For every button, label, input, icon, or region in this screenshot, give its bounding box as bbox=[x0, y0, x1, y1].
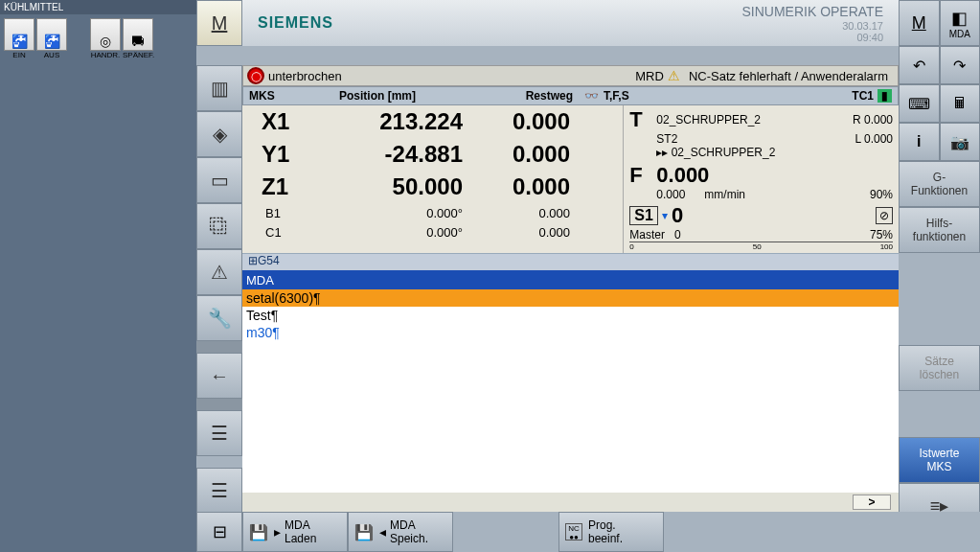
col-restweg: Restweg bbox=[454, 89, 579, 103]
axis-panel: X1 213.224 0.000 Y1 -24.881 0.000 Z1 50.… bbox=[242, 105, 623, 253]
nc-icon: NC●● bbox=[565, 523, 582, 540]
top-right-modes: M ◧MDA bbox=[899, 0, 980, 46]
stop-icon: ◯ bbox=[247, 67, 264, 84]
softkey-empty-3 bbox=[899, 391, 980, 437]
arrow-out-icon: ◂ bbox=[379, 524, 386, 540]
bottom-mda-load[interactable]: 💾▸ MDA Laden bbox=[242, 512, 348, 552]
handwheel-label: HANDR. bbox=[90, 51, 121, 59]
tool-name: 02_SCHRUPPER_2 bbox=[656, 113, 761, 126]
status-line: ◯ unterbrochen MRD ⚠ NC-Satz fehlerhaft … bbox=[242, 65, 899, 86]
column-header-row: MKS Position [mm] Restweg 👓 T,F,S TC1▮ bbox=[242, 86, 899, 105]
header-bar: SIEMENS SINUMERIK OPERATE 30.03.1709:40 bbox=[242, 0, 899, 46]
left-btn-target[interactable]: ◈ bbox=[196, 111, 242, 157]
editor-line-3[interactable]: m30¶ bbox=[242, 324, 899, 341]
col-tfs: T,F,S bbox=[598, 89, 635, 103]
arrow-in-icon: ▸ bbox=[274, 524, 281, 540]
wheel-icon: ◎ bbox=[100, 34, 111, 48]
warn-stripes-icon: ⚠ bbox=[211, 261, 228, 284]
g54-strip: ⊞G54 bbox=[242, 253, 899, 270]
bottom-prog-influence[interactable]: NC●● Prog. beeinf. bbox=[558, 512, 664, 552]
spindle-pct: 75% bbox=[870, 228, 893, 242]
coolant-aus-button[interactable]: 🚰 bbox=[36, 18, 67, 51]
bottom-menu-button[interactable]: ⊟ bbox=[196, 512, 242, 552]
scale-100: 100 bbox=[880, 242, 893, 251]
left-btn-back[interactable]: ← bbox=[196, 353, 242, 399]
left-btn-warn[interactable]: ⚠ bbox=[196, 249, 242, 295]
coolant-panel: KÜHLMITTEL 🚰 EIN 🚰 AUS ◎ HANDR. ⛟ SPÄNEF… bbox=[0, 0, 196, 63]
shield-icon: ▥ bbox=[211, 77, 229, 100]
undo-button[interactable]: ↶ bbox=[899, 46, 940, 84]
calculator-button[interactable]: 🖩 bbox=[940, 84, 981, 123]
left-btn-shield[interactable]: ▥ bbox=[196, 65, 242, 111]
spindle-master: Master bbox=[629, 228, 665, 242]
mode-machine-button[interactable]: M bbox=[196, 0, 242, 46]
redo-button[interactable]: ↷ bbox=[940, 46, 981, 84]
bottom-mda-save[interactable]: 💾◂ MDA Speich. bbox=[348, 512, 453, 552]
tc-badge: ▮ bbox=[877, 89, 892, 103]
feed-pct: 90% bbox=[870, 188, 893, 201]
data-row: X1 213.224 0.000 Y1 -24.881 0.000 Z1 50.… bbox=[242, 105, 899, 253]
feed-actual: 0.000 bbox=[656, 188, 685, 201]
status-state: unterbrochen bbox=[268, 69, 342, 83]
feed-F-label: F bbox=[629, 163, 656, 188]
softkey-g-functions[interactable]: G- Funktionen bbox=[899, 161, 980, 207]
camera-button[interactable]: 📷 bbox=[940, 123, 981, 161]
editor-next-button[interactable]: > bbox=[853, 494, 891, 510]
scale-50: 50 bbox=[634, 242, 880, 251]
softkey-aux-functions[interactable]: Hilfs- funktionen bbox=[899, 207, 980, 253]
bottom-softkey-bar: ⊟ 💾▸ MDA Laden 💾◂ MDA Speich. NC●● Prog.… bbox=[196, 512, 980, 552]
mda-label: MDA bbox=[949, 29, 970, 39]
tool-T-label: T bbox=[629, 107, 656, 132]
info-icon: i bbox=[917, 133, 921, 150]
mda-mode-button[interactable]: ◧MDA bbox=[940, 0, 981, 46]
coolant-aus-label: AUS bbox=[36, 51, 67, 59]
camera-icon: 📷 bbox=[950, 133, 969, 151]
softkey-delete-blocks[interactable]: Sätze löschen bbox=[899, 345, 980, 391]
axis-row-y1: Y1 -24.881 0.000 bbox=[242, 138, 623, 171]
chip-label: SPÄNEF. bbox=[123, 51, 154, 59]
left-btn-list1[interactable]: ☰ bbox=[196, 410, 242, 456]
right-softkey-column: ↶ ↷ ⌨ 🖩 i 📷 G- Funktionen Hilfs- funktio… bbox=[899, 46, 980, 552]
coolant-ein-button[interactable]: 🚰 bbox=[4, 18, 34, 51]
tool-next: ▸▸ 02_SCHRUPPER_2 bbox=[656, 146, 775, 159]
redo-icon: ↷ bbox=[953, 57, 966, 75]
left-btn-wrench[interactable]: 🔧 bbox=[196, 295, 242, 341]
softkey-actual-mks[interactable]: Istwerte MKS bbox=[899, 437, 980, 483]
spindle-label: S1 bbox=[629, 206, 658, 225]
faucet-icon: 🚰 bbox=[11, 34, 28, 48]
copy-icon: ⿻ bbox=[210, 216, 229, 238]
tool-st: ST2 bbox=[656, 132, 677, 146]
tfs-panel: T 02_SCHRUPPER_2 R 0.000 ST2 L 0.000 ▸▸ … bbox=[623, 105, 899, 253]
left-icon-column: M ▥ ◈ ▭ ⿻ ⚠ 🔧 ← ☰ ☰ bbox=[196, 0, 242, 552]
m-icon: M bbox=[912, 13, 926, 34]
operate-label: SINUMERIK OPERATE bbox=[741, 4, 883, 19]
axis-row-b1: B1 0.000° 0.000 bbox=[242, 203, 623, 222]
undo-icon: ↶ bbox=[913, 57, 925, 75]
glasses-icon[interactable]: 👓 bbox=[579, 89, 598, 103]
wrench-icon: 🔧 bbox=[208, 307, 232, 330]
editor-line-2[interactable]: Test¶ bbox=[242, 307, 899, 324]
spindle-mval: 0 bbox=[674, 228, 681, 242]
chip-conveyor-button[interactable]: ⛟ bbox=[123, 18, 153, 51]
left-btn-list2[interactable]: ☰ bbox=[196, 468, 242, 514]
info-button[interactable]: i bbox=[899, 123, 940, 161]
machine-mode-button[interactable]: M bbox=[899, 0, 940, 46]
left-btn-rect[interactable]: ▭ bbox=[196, 157, 242, 203]
keyboard-button[interactable]: ⌨ bbox=[899, 84, 940, 123]
header-date: 30.03.17 bbox=[842, 20, 883, 32]
editor-line-1[interactable]: setal(6300)¶ bbox=[242, 289, 899, 307]
mda-editor[interactable]: setal(6300)¶ Test¶ m30¶ bbox=[242, 289, 899, 493]
mda-editor-header: MDA bbox=[242, 270, 899, 289]
handwheel-button[interactable]: ◎ bbox=[90, 18, 121, 51]
mda-icon: ◧ bbox=[951, 8, 968, 29]
disk-icon: 💾 bbox=[249, 523, 268, 541]
warning-icon: ⚠ bbox=[668, 68, 685, 83]
target-icon: ◈ bbox=[213, 123, 227, 146]
menu-more-icon: ≡▸ bbox=[930, 499, 949, 513]
keyboard-icon: ⌨ bbox=[908, 95, 930, 113]
left-btn-copy[interactable]: ⿻ bbox=[196, 203, 242, 249]
bottom-empty bbox=[453, 512, 558, 552]
conveyor-icon: ⛟ bbox=[131, 34, 145, 48]
axis-row-x1: X1 213.224 0.000 bbox=[242, 105, 623, 138]
coolant-ein-label: EIN bbox=[4, 51, 34, 59]
